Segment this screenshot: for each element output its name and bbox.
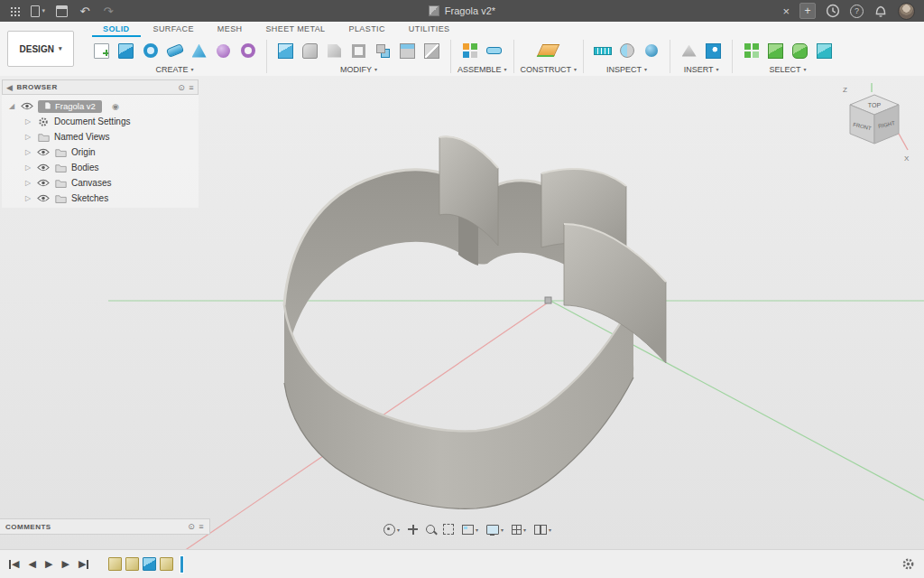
browser-item-origin[interactable]: ▷ Origin xyxy=(2,144,199,160)
modify-menu[interactable]: MODIFY ▾ xyxy=(340,63,377,75)
help-icon[interactable]: ? xyxy=(850,5,864,18)
timeline-sketch-feature-icon[interactable] xyxy=(108,557,122,571)
timeline-step-forward-button[interactable]: ▶ xyxy=(61,558,69,570)
history-clock-icon[interactable] xyxy=(826,4,840,18)
save-icon[interactable] xyxy=(54,4,69,18)
timeline-play-button[interactable]: ▶ xyxy=(45,558,52,570)
viewports[interactable]: ▾ xyxy=(534,525,551,535)
browser-root-row[interactable]: ◢ Fragola v2 ◉ xyxy=(2,98,199,114)
tab-plastic[interactable]: PLASTIC xyxy=(338,24,396,37)
comments-panel[interactable]: COMMENTS ⊙ ≡ xyxy=(0,518,210,535)
select-rounded-icon[interactable] xyxy=(788,39,812,62)
browser-item-named-views[interactable]: ▷ Named Views xyxy=(2,129,199,144)
revolve-icon[interactable] xyxy=(138,39,162,62)
new-tab-button[interactable]: + xyxy=(799,3,816,19)
press-pull-icon[interactable] xyxy=(273,39,298,62)
decal-icon[interactable] xyxy=(701,39,725,62)
split-body-icon[interactable] xyxy=(420,39,444,62)
zoom-window-tool[interactable]: ▾ xyxy=(462,525,478,535)
workspace-selector[interactable]: DESIGN ▾ xyxy=(7,31,74,67)
loft-icon[interactable] xyxy=(187,39,211,62)
center-of-mass-icon[interactable] xyxy=(639,39,663,62)
construct-menu[interactable]: CONSTRUCT ▾ xyxy=(521,63,578,75)
measure-icon[interactable] xyxy=(590,39,614,62)
fit-tool[interactable] xyxy=(443,524,454,535)
model-outer-wall[interactable] xyxy=(284,300,633,508)
insert-menu[interactable]: INSERT ▾ xyxy=(684,63,719,75)
insert-mesh-icon[interactable] xyxy=(677,39,701,62)
combine-icon[interactable] xyxy=(371,39,395,62)
sweep-icon[interactable] xyxy=(162,39,187,62)
viewport-3d[interactable]: Z TOP FRONT RIGHT X ◀ BROWSER ⊙ ≡ ◢ Frag… xyxy=(0,76,924,549)
visibility-eye-icon[interactable] xyxy=(21,101,33,112)
timeline-playhead[interactable] xyxy=(180,555,184,573)
timeline-skip-end-button[interactable]: ▶ xyxy=(79,558,88,570)
visibility-eye-icon[interactable] xyxy=(37,147,50,158)
close-tab-icon[interactable]: × xyxy=(782,5,790,17)
chevron-right-icon[interactable]: ▷ xyxy=(23,194,32,202)
browser-item-canvases[interactable]: ▷ Canvases xyxy=(2,175,199,191)
orbit-tool[interactable]: ▾ xyxy=(383,524,400,536)
torus-icon[interactable] xyxy=(236,39,260,62)
display-settings[interactable]: ▾ xyxy=(486,525,504,535)
panel-options-icon[interactable]: ⊙ xyxy=(188,522,195,531)
browser-item-sketches[interactable]: ▷ Sketches xyxy=(2,191,199,206)
extrude-icon[interactable] xyxy=(114,39,138,62)
viewcube[interactable]: Z TOP FRONT RIGHT X xyxy=(836,81,913,164)
visibility-eye-icon[interactable] xyxy=(37,163,50,173)
panel-menu-icon[interactable]: ≡ xyxy=(189,83,194,92)
select-body-icon[interactable] xyxy=(812,39,836,62)
root-component-pill[interactable]: Fragola v2 xyxy=(38,100,102,113)
select-menu[interactable]: SELECT ▾ xyxy=(770,63,807,75)
browser-item-bodies[interactable]: ▷ Bodies xyxy=(2,160,199,175)
new-component-icon[interactable] xyxy=(457,39,482,62)
fillet-icon[interactable] xyxy=(298,39,322,62)
tab-surface[interactable]: SURFACE xyxy=(143,24,205,37)
chevron-right-icon[interactable]: ▷ xyxy=(23,133,32,141)
create-menu[interactable]: CREATE ▾ xyxy=(156,63,194,75)
shell-icon[interactable] xyxy=(346,39,371,62)
origin-marker[interactable] xyxy=(545,297,551,303)
timeline-extrude-feature-icon[interactable] xyxy=(143,557,156,571)
assemble-menu[interactable]: ASSEMBLE ▾ xyxy=(457,63,507,75)
tab-solid[interactable]: SOLID xyxy=(92,24,141,37)
timeline-step-back-button[interactable]: ◀ xyxy=(28,558,35,570)
offset-face-icon[interactable] xyxy=(395,39,420,62)
panel-options-icon[interactable]: ⊙ xyxy=(178,83,185,92)
joint-icon[interactable] xyxy=(482,39,506,62)
timeline-settings[interactable] xyxy=(901,557,915,571)
tab-sheet-metal[interactable]: SHEET METAL xyxy=(254,24,336,37)
browser-item-document-settings[interactable]: ▷ Document Settings xyxy=(2,114,199,129)
activate-component-icon[interactable]: ◉ xyxy=(112,102,119,111)
chamfer-icon[interactable] xyxy=(322,39,346,62)
timeline-skip-start-button[interactable]: ◀ xyxy=(9,558,19,570)
sphere-icon[interactable] xyxy=(211,39,236,62)
chevron-right-icon[interactable]: ▷ xyxy=(23,179,32,187)
section-analysis-icon[interactable] xyxy=(614,39,639,62)
app-grid-icon[interactable] xyxy=(7,4,22,18)
timeline-sketch-feature-icon[interactable] xyxy=(160,557,173,571)
chevron-right-icon[interactable]: ▷ xyxy=(23,148,32,156)
inspect-menu[interactable]: INSPECT ▾ xyxy=(606,63,647,75)
undo-icon[interactable]: ↶ xyxy=(78,4,92,18)
collapse-panel-icon[interactable]: ◀ xyxy=(6,83,13,92)
zoom-tool[interactable] xyxy=(426,525,435,534)
select-solid-icon[interactable] xyxy=(763,39,788,62)
chevron-right-icon[interactable]: ▷ xyxy=(23,163,32,172)
select-window-icon[interactable] xyxy=(739,39,763,62)
browser-header[interactable]: ◀ BROWSER ⊙ ≡ xyxy=(2,79,199,95)
tab-mesh[interactable]: MESH xyxy=(207,24,254,37)
timeline-sketch-feature-icon[interactable] xyxy=(125,557,139,571)
expand-arrow-icon[interactable]: ◢ xyxy=(7,102,16,110)
pan-tool[interactable] xyxy=(408,525,418,535)
file-menu-icon[interactable]: ▾ xyxy=(31,4,45,18)
redo-icon[interactable]: ↷ xyxy=(101,4,116,18)
visibility-eye-icon[interactable] xyxy=(37,193,50,204)
construction-plane-icon[interactable] xyxy=(536,39,560,62)
user-avatar[interactable] xyxy=(898,3,915,20)
grid-settings[interactable]: ▾ xyxy=(512,525,526,535)
visibility-eye-icon[interactable] xyxy=(37,178,50,189)
tab-utilities[interactable]: UTILITIES xyxy=(398,24,461,37)
panel-menu-icon[interactable]: ≡ xyxy=(199,522,204,531)
create-sketch-icon[interactable] xyxy=(89,39,114,62)
